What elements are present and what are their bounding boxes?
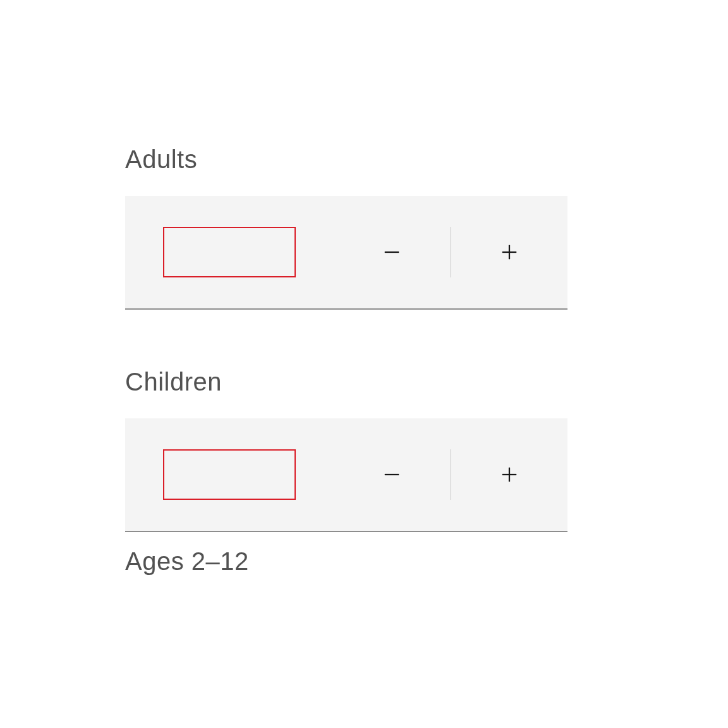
- children-input[interactable]: [163, 449, 296, 500]
- adults-field-group: Adults: [125, 145, 567, 310]
- children-increment-button[interactable]: [451, 418, 567, 531]
- minus-icon: [380, 241, 403, 264]
- minus-icon: [380, 463, 403, 486]
- children-label: Children: [125, 368, 567, 396]
- children-helper-text: Ages 2–12: [125, 547, 567, 576]
- plus-icon: [498, 241, 521, 264]
- plus-icon: [498, 463, 521, 486]
- adults-input[interactable]: [163, 227, 296, 277]
- children-button-area: [334, 418, 567, 531]
- stepper-container: Adults Children: [125, 145, 567, 576]
- children-stepper-row: [125, 418, 567, 532]
- adults-button-area: [334, 196, 567, 308]
- children-decrement-button[interactable]: [334, 418, 450, 531]
- adults-stepper-row: [125, 196, 567, 310]
- children-field-group: Children Ages 2–12: [125, 368, 567, 576]
- adults-increment-button[interactable]: [451, 196, 567, 308]
- adults-label: Adults: [125, 145, 567, 174]
- adults-decrement-button[interactable]: [334, 196, 450, 308]
